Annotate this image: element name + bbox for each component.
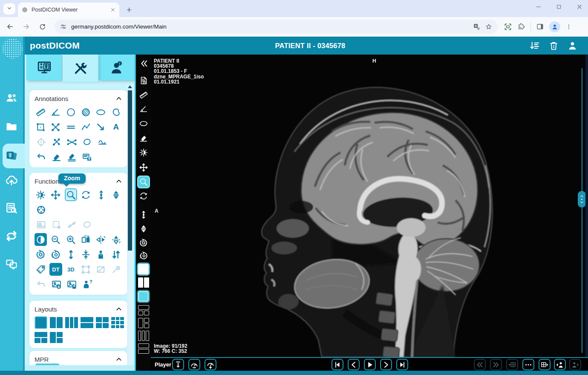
tool-fit-center[interactable] xyxy=(80,248,92,261)
toolbar-layout-1x3[interactable] xyxy=(136,329,151,342)
toolbar-angle[interactable] xyxy=(136,103,151,115)
toolbar-pan[interactable] xyxy=(136,161,151,174)
tool-layout-2-1[interactable] xyxy=(50,331,63,344)
tab-patient-info[interactable]: i xyxy=(99,55,134,80)
extensions-icon[interactable] xyxy=(517,23,525,31)
tool-flip-page[interactable] xyxy=(80,233,92,246)
tool-zoom-in[interactable] xyxy=(65,233,77,246)
tool-dt-tool[interactable]: DT xyxy=(49,263,62,276)
tool-cine[interactable] xyxy=(110,188,122,201)
image-viewport[interactable]: PATIENT II 0345678 01.01.1853 - F dzne_M… xyxy=(151,55,588,357)
tool-ruler[interactable] xyxy=(35,106,47,118)
toolbar-ruler[interactable] xyxy=(136,89,151,101)
tool-layout-1x3[interactable] xyxy=(65,316,78,329)
scroll-up-arrow-icon[interactable] xyxy=(128,85,132,88)
browser-tab[interactable]: PostDICOM Viewer xyxy=(18,3,119,17)
tool-layout-1-2[interactable] xyxy=(35,331,47,344)
tool-angle[interactable] xyxy=(49,106,62,118)
new-tab-button[interactable] xyxy=(124,4,135,15)
sidebar-item-sync-exchange[interactable] xyxy=(0,227,23,245)
tool-reference-lines[interactable] xyxy=(35,203,47,216)
tool-eraser[interactable] xyxy=(50,150,63,163)
play-direction-button[interactable] xyxy=(172,359,184,370)
tool-text-annotation[interactable]: A xyxy=(110,121,122,133)
sort-download-button[interactable] xyxy=(529,40,540,51)
tool-layout-1x1[interactable] xyxy=(35,316,47,329)
collapse-chevron-icon[interactable] xyxy=(115,178,122,185)
toolbar-window-level[interactable] xyxy=(136,146,151,159)
tool-layout-2x1[interactable] xyxy=(81,316,93,329)
tool-save-annotations[interactable] xyxy=(81,150,93,163)
tool-closed-freehand[interactable] xyxy=(81,136,93,148)
more-options-button[interactable] xyxy=(522,359,534,370)
tool-cobb-angle[interactable] xyxy=(65,136,78,148)
tab-viewer-screen[interactable] xyxy=(26,55,62,80)
tool-freehand[interactable] xyxy=(110,106,122,118)
reload-icon[interactable] xyxy=(36,20,49,33)
sidebar-item-folders[interactable] xyxy=(0,117,23,136)
tool-invert[interactable] xyxy=(35,233,47,246)
tab-close-icon[interactable] xyxy=(110,7,116,13)
collapse-chevron-icon[interactable] xyxy=(115,356,122,363)
next-layout-button[interactable] xyxy=(539,359,551,370)
toolbar-free-rotate[interactable] xyxy=(136,190,151,202)
tool-sort-order[interactable] xyxy=(110,248,122,261)
tool-layout-1x2[interactable] xyxy=(50,316,63,329)
tool-fit-height[interactable] xyxy=(65,248,77,261)
tool-polyline[interactable] xyxy=(80,121,92,133)
sidebar-item-patients[interactable] xyxy=(0,89,23,107)
profile-avatar[interactable] xyxy=(549,21,560,32)
tool-save-image[interactable] xyxy=(65,278,78,291)
toolbar-layout-1x2[interactable] xyxy=(136,276,151,289)
back-icon[interactable] xyxy=(3,20,16,33)
last-image-button[interactable] xyxy=(396,359,408,370)
delete-study-button[interactable] xyxy=(548,40,559,51)
toolbar-reset-rotation[interactable] xyxy=(136,237,151,249)
tool-window-level[interactable] xyxy=(35,188,47,201)
toolbar-zoom[interactable] xyxy=(137,176,150,188)
tool-spline-curve[interactable] xyxy=(96,136,109,148)
collapse-chevron-icon[interactable] xyxy=(115,306,122,312)
tool-query-patient[interactable]: ? xyxy=(81,278,93,291)
close-icon[interactable] xyxy=(575,2,584,12)
toolbar-layout-2-1[interactable] xyxy=(136,317,151,329)
tool-erase-all[interactable] xyxy=(65,150,78,163)
tool-circle-shaded[interactable] xyxy=(80,106,92,118)
forward-icon[interactable] xyxy=(20,20,32,33)
toolbar-layout-1-2[interactable] xyxy=(136,304,151,317)
first-image-button[interactable] xyxy=(331,359,343,370)
toolbar-collapse-panel[interactable] xyxy=(136,57,151,70)
tool-ellipse[interactable] xyxy=(95,106,107,118)
panel-scrollbar[interactable] xyxy=(127,84,133,365)
translate-icon[interactable]: A xyxy=(473,23,481,31)
toolbar-layout-current[interactable] xyxy=(136,290,151,303)
toolbar-layout-2x1[interactable] xyxy=(136,342,151,355)
tool-flip-horizontal[interactable] xyxy=(95,233,107,246)
side-panel-icon[interactable] xyxy=(536,23,544,31)
tool-patient-orientation[interactable] xyxy=(95,248,107,261)
tool-show-tags[interactable] xyxy=(35,263,47,276)
collapse-chevron-icon[interactable] xyxy=(115,95,122,102)
tool-parallel-lines[interactable] xyxy=(65,121,77,133)
tab-capture-icon[interactable] xyxy=(504,23,512,31)
sidebar-item-cloud-upload[interactable] xyxy=(0,171,23,190)
tool-reset-rotation[interactable] xyxy=(35,248,47,261)
tool-export-image[interactable] xyxy=(50,278,63,291)
previous-patient-button[interactable] xyxy=(554,359,566,370)
tool-volume-3d[interactable]: 3D xyxy=(65,263,77,276)
browser-menu-icon[interactable] xyxy=(565,23,572,30)
tool-zoom[interactable] xyxy=(65,188,77,201)
url-bar[interactable]: germany.postdicom.com/Viewer/Main A xyxy=(55,20,498,34)
tool-flip-vertical[interactable] xyxy=(110,233,122,246)
tab-tools[interactable] xyxy=(63,55,98,82)
image-slider-thumb[interactable] xyxy=(578,191,586,208)
tool-layout-2x2[interactable] xyxy=(96,316,109,329)
site-settings-icon[interactable] xyxy=(60,23,67,30)
tab-search-button[interactable] xyxy=(3,3,15,14)
tool-cross-lines[interactable] xyxy=(49,121,62,133)
minimize-icon[interactable] xyxy=(534,2,543,12)
previous-image-button[interactable] xyxy=(348,359,360,370)
speed-down-button[interactable] xyxy=(188,359,200,370)
sidebar-item-image-viewer[interactable] xyxy=(0,146,23,165)
tool-free-rotate[interactable] xyxy=(80,188,92,201)
